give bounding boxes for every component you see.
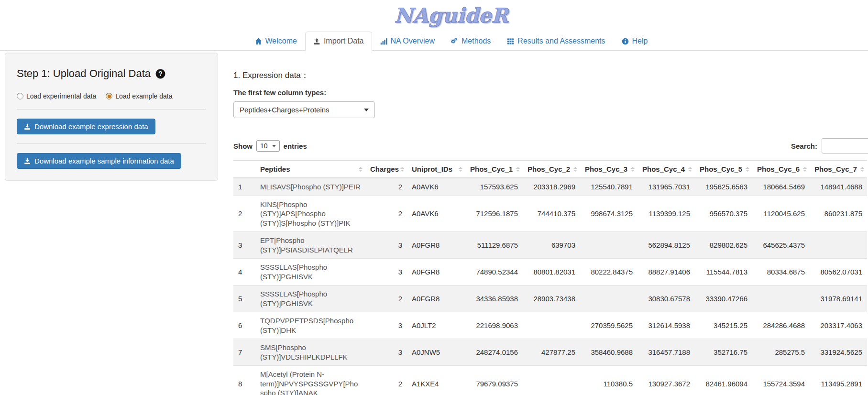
divider [17, 143, 206, 144]
tab-label: Import Data [324, 37, 364, 45]
question-icon[interactable]: ? [155, 69, 165, 79]
tab-label: NA Overview [391, 37, 435, 45]
column-header-label: Phos_Cyc_2 [527, 165, 570, 173]
row-index: 1 [233, 178, 255, 196]
content-row: Step 1: Upload Original Data ? Load expe… [0, 51, 868, 395]
cell-value [752, 285, 810, 312]
sort-icon [516, 167, 520, 172]
column-header-phos-cyc-7[interactable]: Phos_Cyc_7 [810, 161, 867, 178]
section-title: 1. Expression data： [233, 70, 863, 81]
cell-uniprot: A0FGR8 [407, 232, 465, 259]
cell-value: 30830.67578 [637, 285, 695, 312]
cell-value: 562894.8125 [637, 232, 695, 259]
table-controls: Show 10 entries Search: [233, 138, 868, 154]
cell-peptide: SMS[Phospho (STY)]VDLSHIPLKDPLLFK [255, 339, 365, 366]
row-index: 3 [233, 232, 255, 259]
logo-row: NAguideR [0, 6, 868, 26]
cell-value: 639703 [523, 232, 580, 259]
panel-title: Step 1: Upload Original Data [17, 67, 151, 80]
search-input[interactable] [822, 138, 868, 154]
sort-icon [400, 167, 404, 172]
cell-value: 284286.4688 [752, 312, 810, 339]
cell-value: 31978.69141 [810, 285, 867, 312]
cell-value: 195625.6563 [695, 178, 752, 196]
tab-results-and-assessments[interactable]: Results and Assessments [499, 32, 613, 51]
search-control: Search: [791, 138, 868, 154]
tab-label: Welcome [265, 37, 297, 45]
sort-icon [688, 167, 692, 172]
column-header-phos-cyc-2[interactable]: Phos_Cyc_2 [523, 161, 580, 178]
column-header-phos-cyc-6[interactable]: Phos_Cyc_6 [752, 161, 810, 178]
panel-title-row: Step 1: Upload Original Data ? [17, 67, 206, 80]
svg-text:?: ? [158, 70, 162, 77]
radio-load-example-data[interactable]: Load example data [106, 92, 172, 100]
table-row[interactable]: 3EPT[Phospho (STY)]PSIASDISLPIATQELR3A0F… [233, 232, 867, 259]
column-header-phos-cyc-4[interactable]: Phos_Cyc_4 [637, 161, 695, 178]
cell-uniprot: A0FGR8 [407, 259, 465, 285]
main-nav: WelcomeImport DataNA OverviewMethodsResu… [0, 32, 868, 51]
cell-value: 80801.82031 [523, 259, 580, 285]
tab-na-overview[interactable]: NA Overview [372, 32, 443, 51]
table-row[interactable]: 7SMS[Phospho (STY)]VDLSHIPLKDPLLFK3A0JNW… [233, 339, 867, 366]
cell-value: 221698.9063 [465, 312, 523, 339]
table-row[interactable]: 5SSSSLLAS[Phospho (STY)]PGHISVK2A0FGR834… [233, 285, 867, 312]
tab-welcome[interactable]: Welcome [247, 32, 305, 51]
cell-value: 115544.7813 [695, 259, 752, 285]
column-header-peptides[interactable]: Peptides [255, 161, 365, 178]
chevron-down-icon [364, 109, 369, 111]
column-header-uniprot-ids[interactable]: Uniprot_IDs [407, 161, 465, 178]
cell-peptide: MLISAVS[Phospho (STY)]PEIR [255, 178, 365, 196]
radio-load-experimental-data[interactable]: Load experimental data [17, 92, 96, 100]
cell-value: 956570.375 [695, 196, 752, 232]
table-row[interactable]: 1MLISAVS[Phospho (STY)]PEIR2A0AVK6157593… [233, 178, 867, 196]
column-header-phos-cyc-5[interactable]: Phos_Cyc_5 [695, 161, 752, 178]
methods-icon [451, 38, 458, 45]
cell-value: 148941.4688 [810, 178, 867, 196]
column-types-select[interactable]: Peptides+Charges+Proteins [233, 101, 375, 118]
cell-value: 511129.6875 [465, 232, 523, 259]
download-sample-info-button[interactable]: Download example sample information data [17, 153, 181, 169]
cell-uniprot: A1KXE4 [407, 366, 465, 395]
tab-help[interactable]: Help [614, 32, 656, 51]
import-icon [313, 38, 320, 45]
button-label: Download example sample information data [34, 157, 174, 165]
table-row[interactable]: 8M[Acetyl (Protein N-term)]NPVYSPGSSGVPY… [233, 366, 867, 395]
cell-value: 34336.85938 [465, 285, 523, 312]
cell-peptide: TQDPVPPETPSDS[Phospho (STY)]DHK [255, 312, 365, 339]
cell-value: 80222.84375 [580, 259, 637, 285]
page-length-select[interactable]: 10 [256, 140, 280, 152]
button-label: Download example expression data [34, 122, 148, 131]
tab-import-data[interactable]: Import Data [305, 32, 372, 51]
cell-value: 352716.75 [695, 339, 752, 366]
cell-value: 131965.7031 [637, 178, 695, 196]
download-icon [24, 123, 31, 130]
sort-icon [860, 167, 864, 172]
page: NAguideR WelcomeImport DataNA OverviewMe… [0, 0, 868, 395]
cell-value [523, 366, 580, 395]
column-header-label: Uniprot_IDs [412, 165, 452, 173]
column-header-index[interactable] [233, 161, 255, 178]
column-header-charges[interactable]: Charges [365, 161, 407, 178]
cell-value: 270359.5625 [580, 312, 637, 339]
cell-value [523, 312, 580, 339]
sort-icon [359, 167, 363, 172]
cell-charge: 3 [365, 259, 407, 285]
column-header-phos-cyc-1[interactable]: Phos_Cyc_1 [465, 161, 523, 178]
cell-value: 113495.2891 [810, 366, 867, 395]
cell-value: 74890.52344 [465, 259, 523, 285]
table-row[interactable]: 2KINS[Phospho (STY)]APS[Phospho (STY)]S[… [233, 196, 867, 232]
cell-value: 125540.7891 [580, 178, 637, 196]
cell-value: 88827.91406 [637, 259, 695, 285]
table-row[interactable]: 4SSSSLLAS[Phospho (STY)]PGHISVK3A0FGR874… [233, 259, 867, 285]
table-row[interactable]: 6TQDPVPPETPSDS[Phospho (STY)]DHK3A0JLT22… [233, 312, 867, 339]
cell-value: 157593.625 [465, 178, 523, 196]
import-data-panel: 1. Expression data： The first few column… [218, 52, 863, 395]
cell-value [580, 232, 637, 259]
download-expression-button[interactable]: Download example expression data [17, 119, 155, 134]
row-index: 4 [233, 259, 255, 285]
cell-value: 860231.875 [810, 196, 867, 232]
column-header-phos-cyc-3[interactable]: Phos_Cyc_3 [580, 161, 637, 178]
tab-methods[interactable]: Methods [443, 32, 499, 51]
cell-value: 285275.5 [752, 339, 810, 366]
tab-label: Methods [461, 37, 491, 45]
